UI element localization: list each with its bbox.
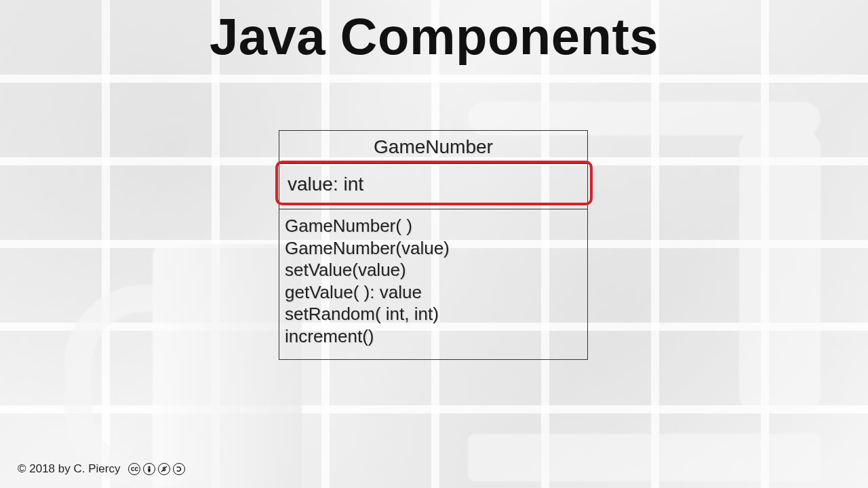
uml-class-box: GameNumber value: int GameNumber( ) Game… [279,130,588,360]
slide-title: Java Components [0,7,868,66]
mug-silhouette [64,244,275,488]
uml-attribute: value: int [288,174,579,195]
svg-point-0 [149,466,151,468]
uml-operations-compartment: GameNumber( ) GameNumber(value) setValue… [279,209,587,359]
uml-operation: setValue(value) [285,259,582,281]
uml-operation: increment() [285,325,582,348]
footer: © 2018 by C. Piercy cc $ [18,462,185,476]
uml-class-name: GameNumber [279,131,587,164]
uml-attributes-compartment: value: int [279,164,587,209]
uml-operation: getValue( ): value [285,281,582,304]
uml-operation: GameNumber( ) [285,215,582,237]
license-icons: cc $ [128,463,185,475]
by-icon [143,463,155,475]
cc-icon: cc [128,463,140,475]
copyright-text: © 2018 by C. Piercy [18,462,120,476]
sa-icon [173,463,185,475]
uml-operation: setRandom( int, int) [285,303,582,325]
uml-operation: GameNumber(value) [285,237,582,260]
nc-icon: $ [158,463,170,475]
